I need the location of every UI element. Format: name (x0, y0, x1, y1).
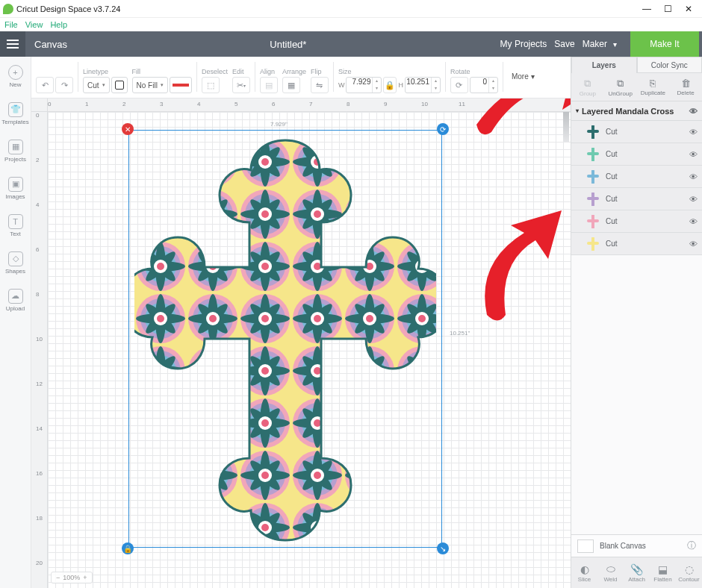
fill-swatch[interactable] (170, 77, 192, 93)
delete-handle[interactable]: ✕ (122, 123, 134, 135)
canvas-area[interactable]: 0123456789101112 02468101214161820 ✕ ⟳ 🔒… (31, 98, 571, 588)
lock-handle[interactable]: 🔒 (122, 542, 134, 554)
blank-canvas-row[interactable]: Blank Canvas ⓘ (571, 534, 702, 557)
linetype-swatch[interactable] (111, 77, 128, 93)
layer-visibility-toggle[interactable]: 👁 (689, 217, 698, 226)
upload-button[interactable]: ☁Upload (2, 284, 29, 316)
layer-visibility-toggle[interactable]: 👁 (689, 128, 698, 137)
size-width-input[interactable]: 7.929▴▾ (346, 77, 382, 93)
size-height-input[interactable]: 10.251▴▾ (405, 77, 441, 93)
attach-button[interactable]: 📎Attach (624, 557, 650, 588)
edit-dropdown[interactable]: ✂▾ (232, 77, 250, 93)
layer-row[interactable]: Cut👁 (571, 143, 702, 166)
info-icon[interactable]: ⓘ (687, 539, 696, 552)
layer-visibility-toggle[interactable]: 👁 (689, 195, 698, 204)
layer-visibility-toggle[interactable]: 👁 (689, 172, 698, 181)
ungroup-icon: ⧉ (617, 78, 624, 90)
text-icon: T (8, 214, 23, 229)
fill-color-icon (173, 84, 189, 87)
new-button[interactable]: +New (2, 60, 29, 93)
flatten-button[interactable]: ⬓Flatten (650, 557, 676, 588)
zoom-out-icon[interactable]: − (56, 574, 60, 581)
image-icon: ▣ (8, 177, 23, 192)
layer-group-header[interactable]: ▾ Layered Mandala Cross 👁 (571, 101, 702, 121)
group-icon: ⧉ (584, 78, 591, 90)
lock-aspect-button[interactable]: 🔒 (383, 77, 397, 93)
deselect-button[interactable]: ⬚ (202, 77, 220, 93)
linetype-dropdown[interactable]: Cut▾ (83, 77, 110, 93)
grid-icon: ▦ (8, 140, 23, 154)
my-projects-link[interactable]: My Projects (500, 39, 547, 49)
contour-button[interactable]: ◌Contour (676, 557, 702, 588)
delete-action[interactable]: 🗑Delete (669, 73, 702, 101)
project-name[interactable]: Untitled* (76, 39, 500, 50)
align-dropdown[interactable]: ▤ (260, 77, 278, 93)
zoom-control[interactable]: − 100% + (51, 572, 93, 584)
layer-label: Cut (606, 217, 618, 225)
rotate-input[interactable]: 0▴▾ (470, 77, 498, 93)
window-maximize-button[interactable]: ☐ (657, 4, 678, 14)
layer-row[interactable]: Cut👁 (571, 166, 702, 188)
window-close-button[interactable]: ✕ (678, 4, 699, 14)
menu-help[interactable]: Help (50, 20, 67, 29)
canvas-color-swatch[interactable] (577, 539, 594, 553)
layer-label: Cut (606, 240, 618, 248)
layer-row[interactable]: Cut👁 (571, 233, 702, 255)
redo-button[interactable]: ↷ (55, 77, 73, 93)
layer-label: Cut (606, 128, 618, 136)
arrange-dropdown[interactable]: ▦ (282, 77, 300, 93)
duplicate-icon: ⎘ (650, 78, 656, 89)
layer-visibility-toggle[interactable]: 👁 (689, 150, 698, 159)
group-action[interactable]: ⧉Group (571, 73, 604, 101)
text-button[interactable]: TText (2, 209, 29, 242)
width-dimension-label: 7.929" (270, 121, 288, 128)
layer-bottom-ops: ◐Slice ⬭Weld 📎Attach ⬓Flatten ◌Contour (571, 557, 702, 588)
layer-visibility-toggle[interactable]: 👁 (689, 240, 698, 248)
annotation-arrow-top (469, 98, 571, 139)
tab-color-sync[interactable]: Color Sync (637, 57, 703, 73)
shapes-icon: ◇ (8, 251, 23, 266)
fill-dropdown[interactable]: No Fill▾ (132, 77, 168, 93)
ruler-corner (31, 98, 48, 112)
resize-handle[interactable]: ↘ (437, 542, 449, 554)
layer-row[interactable]: Cut👁 (571, 188, 702, 210)
weld-button[interactable]: ⬭Weld (597, 557, 624, 588)
layered-mandala-cross-art[interactable] (134, 136, 436, 542)
slice-button[interactable]: ◐Slice (571, 557, 597, 588)
menu-file[interactable]: File (4, 20, 18, 29)
layer-label: Cut (606, 195, 618, 203)
tab-layers[interactable]: Layers (571, 57, 637, 73)
make-it-button[interactable]: Make It (630, 31, 699, 57)
machine-select[interactable]: Maker▾ (583, 39, 623, 49)
layer-label: Cut (606, 150, 618, 158)
images-button[interactable]: ▣Images (2, 172, 29, 204)
menu-view[interactable]: View (25, 20, 43, 29)
layer-row[interactable]: Cut👁 (571, 210, 702, 233)
projects-button[interactable]: ▦Projects (2, 134, 29, 167)
ungroup-action[interactable]: ⧉UnGroup (604, 73, 637, 101)
contour-icon: ◌ (685, 563, 694, 575)
rotate-icon: ⟳ (450, 77, 468, 93)
hamburger-menu-button[interactable] (0, 31, 25, 57)
layers-panel: Layers Color Sync ⧉Group ⧉UnGroup ⎘Dupli… (571, 57, 702, 588)
rotate-handle[interactable]: ⟳ (437, 123, 449, 135)
edit-toolbar: ↶ ↷ Linetype Cut▾ Fill No Fill▾ Deselect… (31, 57, 571, 98)
duplicate-action[interactable]: ⎘Duplicate (637, 73, 670, 101)
shapes-button[interactable]: ◇Shapes (2, 246, 29, 279)
visibility-toggle[interactable]: 👁 (689, 107, 698, 116)
zoom-in-icon[interactable]: + (83, 574, 87, 581)
flip-dropdown[interactable]: ⇋ (311, 77, 329, 93)
layer-thumb-icon (586, 215, 600, 228)
save-link[interactable]: Save (554, 39, 574, 49)
layer-row[interactable]: Cut👁 (571, 121, 702, 143)
trash-icon: 🗑 (681, 78, 691, 89)
layer-label: Cut (606, 172, 618, 181)
window-minimize-button[interactable]: — (636, 4, 657, 14)
templates-button[interactable]: 👕Templates (2, 97, 29, 130)
window-title: Cricut Design Space v3.7.24 (16, 4, 636, 13)
undo-button[interactable]: ↶ (36, 77, 54, 93)
collapse-icon[interactable]: ▾ (576, 107, 579, 114)
cloud-upload-icon: ☁ (8, 289, 23, 304)
more-dropdown[interactable]: More ▾ (508, 69, 538, 85)
undo-icon: ↶ (42, 81, 49, 90)
